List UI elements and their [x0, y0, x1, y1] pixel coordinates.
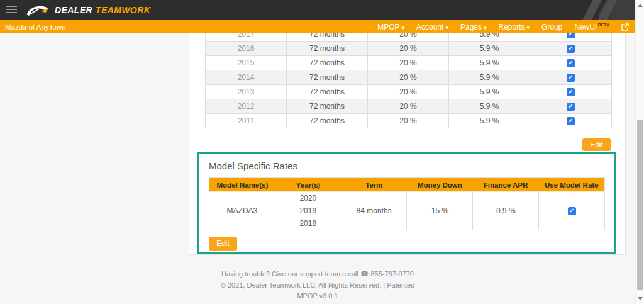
use-rate-cell — [530, 85, 611, 99]
speedometer-icon — [25, 3, 50, 18]
use-rate-cell — [530, 99, 611, 113]
money-down-cell: 20 % — [368, 42, 449, 55]
money-down-cell: 20 % — [368, 70, 449, 84]
term-cell: 72 months — [287, 33, 368, 41]
model-col-year-s-: Year(s) — [275, 178, 341, 191]
nav-item-pages[interactable]: Pages▾ — [460, 23, 487, 31]
finance-apr-cell: 5.9 % — [449, 42, 530, 55]
dealer-teamwork-logo[interactable]: DEALER TEAMWORK — [25, 1, 150, 19]
money-down-cell: 20 % — [368, 56, 449, 70]
finance-apr-cell: 5.9 % — [449, 114, 530, 128]
model-use-rate-checkbox[interactable] — [568, 207, 576, 215]
year-cell: 2013 — [206, 85, 287, 99]
money-down-cell: 20 % — [368, 33, 449, 41]
vertical-scrollbar[interactable] — [635, 0, 644, 304]
term-cell: 72 months — [287, 114, 368, 128]
finance-apr-cell: 5.9 % — [449, 99, 530, 113]
use-rate-cell — [530, 70, 611, 84]
term-cell: 72 months — [287, 56, 368, 70]
model-col-use-model-rate: Use Model Rate — [538, 178, 604, 191]
model-table-body: MAZDA320202019201884 months15 %0.9 % — [209, 191, 604, 230]
use-rate-checkbox[interactable] — [567, 33, 575, 38]
rates-row-2015: 201572 months20 %5.9 % — [206, 56, 611, 70]
year-cell: 2016 — [206, 42, 287, 55]
model-term-cell: 84 months — [341, 192, 408, 230]
nav-item-account[interactable]: Account▾ — [416, 23, 448, 31]
term-cell: 72 months — [287, 70, 368, 84]
year-cell: 2011 — [206, 114, 287, 128]
model-name-cell: MAZDA3 — [209, 192, 275, 230]
logo-text-teamwork: TEAMWORK — [96, 5, 150, 15]
external-link-icon[interactable] — [621, 23, 629, 31]
model-rates-table: Model Name(s)Year(s)TermMoney DownFinanc… — [209, 177, 605, 230]
model-finance-apr-cell: 0.9 % — [473, 192, 539, 230]
beta-badge: BETA — [597, 23, 609, 27]
term-cell: 72 months — [287, 42, 368, 55]
money-down-cell: 20 % — [368, 114, 449, 128]
use-rate-checkbox[interactable] — [567, 103, 575, 111]
model-col-term: Term — [341, 178, 407, 191]
logo-text-dealer: DEALER — [55, 5, 92, 15]
top-header-bar: DEALER TEAMWORK — [0, 0, 635, 20]
support-text: Having trouble? Give our support team a … — [221, 270, 358, 278]
dealer-name-label: Mazda of AnyTown — [5, 23, 66, 31]
year-cell: 2014 — [206, 70, 287, 84]
model-money-down-cell: 15 % — [407, 192, 473, 230]
finance-apr-cell: 5.9 % — [449, 56, 530, 70]
support-line: Having trouble? Give our support team a … — [0, 269, 635, 280]
scrollbar-down-arrow-icon[interactable] — [638, 297, 643, 300]
nav-item-mpop[interactable]: MPOP▾ — [377, 23, 404, 31]
model-row-mazda3: MAZDA320202019201884 months15 %0.9 % — [209, 191, 604, 230]
year-cell: 2012 — [206, 99, 287, 113]
edit-model-rates-button[interactable]: Edit — [209, 237, 237, 251]
content-card: 201772 months20 %5.9 %201672 months20 %5… — [189, 33, 626, 255]
main-navbar: Mazda of AnyTown MPOP▾Account▾Pages▾Repo… — [0, 20, 635, 33]
page-footer: Having trouble? Give our support team a … — [0, 269, 635, 302]
chevron-down-icon: ▾ — [445, 25, 448, 31]
nav-item-reports[interactable]: Reports▾ — [499, 23, 530, 31]
hamburger-menu-icon[interactable] — [6, 6, 17, 14]
use-rate-cell — [530, 56, 611, 70]
chevron-down-icon: ▾ — [527, 25, 530, 31]
year-cell: 2017 — [206, 33, 287, 41]
term-cell: 72 months — [287, 99, 368, 113]
rates-row-2017: 201772 months20 %5.9 % — [206, 33, 611, 42]
nav-item-group[interactable]: Group — [541, 23, 562, 31]
scrollbar-thumb[interactable] — [637, 120, 643, 290]
nav-item-newui[interactable]: NewUIBETA — [574, 23, 609, 31]
app-window: DEALER TEAMWORK Mazda of AnyTown MPOP▾Ac… — [0, 0, 644, 304]
use-rate-checkbox[interactable] — [567, 59, 575, 67]
rates-row-2016: 201672 months20 %5.9 % — [206, 42, 611, 56]
money-down-cell: 20 % — [368, 85, 449, 99]
use-rate-checkbox[interactable] — [567, 117, 575, 125]
rates-table-body: 201772 months20 %5.9 %201672 months20 %5… — [206, 33, 611, 128]
model-specific-rates-section: Model Specific Rates Model Name(s)Year(s… — [197, 152, 616, 254]
money-down-cell: 20 % — [368, 99, 449, 113]
rates-row-2013: 201372 months20 %5.9 % — [206, 85, 611, 99]
use-rate-cell — [530, 114, 611, 128]
model-specific-rates-title: Model Specific Rates — [209, 160, 605, 171]
rates-row-2014: 201472 months20 %5.9 % — [206, 70, 611, 85]
use-rate-checkbox[interactable] — [567, 88, 575, 96]
header-corner-stripes — [553, 0, 635, 20]
model-year-value: 2018 — [299, 217, 316, 230]
copyright-line: © 2021, Dealer Teamwork LLC. All Rights … — [0, 280, 635, 291]
finance-apr-cell: 5.9 % — [449, 33, 530, 41]
model-year-value: 2019 — [299, 205, 316, 217]
use-rate-checkbox[interactable] — [567, 74, 575, 82]
use-rate-cell — [530, 42, 611, 55]
nav-menu: MPOP▾Account▾Pages▾Reports▾GroupNewUIBET… — [377, 23, 629, 31]
model-col-model-name-s-: Model Name(s) — [209, 178, 275, 191]
rates-row-2011: 201172 months20 %5.9 % — [206, 114, 611, 128]
edit-rates-button[interactable]: Edit — [582, 138, 611, 151]
use-rate-cell — [530, 33, 611, 41]
version-label: MPOP v3.0.1 — [0, 291, 635, 302]
rates-table: 201772 months20 %5.9 %201672 months20 %5… — [205, 33, 612, 128]
use-rate-checkbox[interactable] — [567, 45, 575, 53]
support-phone-number: 855-787-9770 — [370, 270, 414, 278]
model-col-money-down: Money Down — [407, 178, 473, 191]
term-cell: 72 months — [287, 85, 368, 99]
scrollbar-up-arrow-icon[interactable] — [638, 4, 643, 7]
chevron-down-icon: ▾ — [402, 25, 405, 31]
year-cell: 2015 — [206, 56, 287, 70]
